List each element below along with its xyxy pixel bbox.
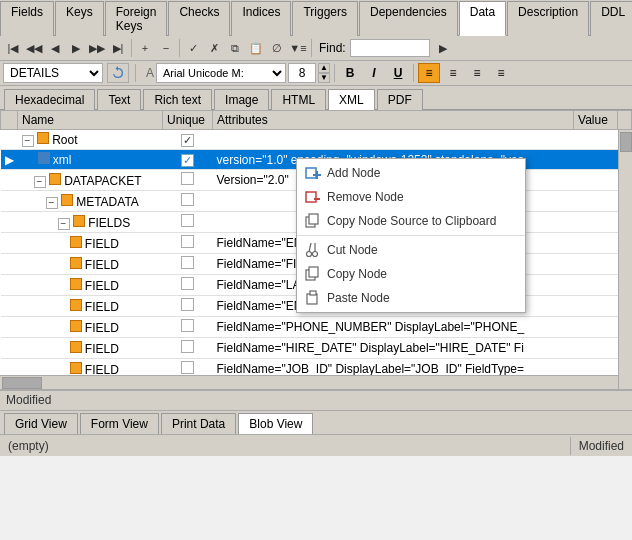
tab-image[interactable]: Image (214, 89, 269, 110)
nav-next-far-btn[interactable]: ▶▶ (87, 38, 107, 58)
underline-btn[interactable]: U (387, 63, 409, 83)
scroll-thumb[interactable] (620, 132, 632, 152)
unique-checkbox[interactable] (181, 172, 194, 185)
tab-indices[interactable]: Indices (231, 1, 291, 36)
expand-icon[interactable]: − (34, 176, 46, 188)
font-select[interactable]: Arial Unicode M: (156, 63, 286, 83)
row-arrow (1, 338, 18, 359)
tab-print-data[interactable]: Print Data (161, 413, 236, 434)
tab-xml[interactable]: XML (328, 89, 375, 110)
tab-grid-view[interactable]: Grid View (4, 413, 78, 434)
nav-first-btn[interactable]: |◀ (3, 38, 23, 58)
find-label: Find: (319, 41, 346, 55)
nav-prev-far-btn[interactable]: ◀◀ (24, 38, 44, 58)
tab-data[interactable]: Data (459, 1, 506, 36)
copy-btn[interactable]: ⧉ (225, 38, 245, 58)
node-name[interactable]: FIELD (18, 338, 163, 359)
refresh-btn[interactable] (107, 63, 129, 83)
align-justify-btn[interactable]: ≡ (490, 63, 512, 83)
italic-btn[interactable]: I (363, 63, 385, 83)
align-right-btn[interactable]: ≡ (466, 63, 488, 83)
table-row[interactable]: FIELD FieldName="HIRE_DATE" DisplayLabel… (1, 338, 632, 359)
nav-prev-btn[interactable]: ◀ (45, 38, 65, 58)
node-name[interactable]: FIELD (18, 317, 163, 338)
unique-checkbox[interactable] (181, 214, 194, 227)
tab-foreign-keys[interactable]: Foreign Keys (105, 1, 168, 36)
expand-icon[interactable]: − (58, 218, 70, 230)
node-name[interactable]: − FIELDS (18, 212, 163, 233)
xml-unique-checkbox[interactable]: ✓ (181, 154, 194, 167)
tab-rich-text[interactable]: Rich text (143, 89, 212, 110)
unique-cell-xml: ✓ (163, 150, 213, 170)
size-down-btn[interactable]: ▼ (318, 73, 330, 83)
nav-next-btn[interactable]: ▶ (66, 38, 86, 58)
hscroll-thumb[interactable] (2, 377, 42, 389)
unique-checkbox[interactable] (181, 340, 194, 353)
tab-triggers[interactable]: Triggers (292, 1, 358, 36)
tab-pdf[interactable]: PDF (377, 89, 423, 110)
tab-keys[interactable]: Keys (55, 1, 104, 36)
vertical-scrollbar[interactable] (618, 130, 632, 389)
tab-html[interactable]: HTML (271, 89, 326, 110)
unique-checkbox[interactable] (181, 235, 194, 248)
align-center-btn[interactable]: ≡ (442, 63, 464, 83)
expand-icon[interactable]: − (22, 135, 34, 147)
confirm-btn[interactable]: ✓ (183, 38, 203, 58)
node-name[interactable]: − Root (18, 130, 163, 150)
ctx-add-node[interactable]: Add Node (297, 161, 525, 185)
nav-last-btn[interactable]: ▶| (108, 38, 128, 58)
unique-checkbox[interactable] (181, 193, 194, 206)
node-name-xml[interactable]: xml (18, 150, 163, 170)
find-btn[interactable]: ▶ (434, 38, 452, 58)
col-value-header: Value (574, 111, 618, 130)
unique-checkbox[interactable] (181, 256, 194, 269)
details-toolbar: DETAILS A Arial Unicode M: ▲ ▼ B I U ≡ ≡… (0, 61, 632, 86)
table-row[interactable]: FIELD FieldName="PHONE_NUMBER" DisplayLa… (1, 317, 632, 338)
unique-checkbox[interactable] (181, 361, 194, 374)
node-name[interactable]: FIELD (18, 296, 163, 317)
size-up-btn[interactable]: ▲ (318, 63, 330, 73)
node-name[interactable]: FIELD (18, 275, 163, 296)
bold-btn[interactable]: B (339, 63, 361, 83)
unique-checkbox[interactable] (181, 298, 194, 311)
null-btn[interactable]: ∅ (267, 38, 287, 58)
tab-description[interactable]: Description (507, 1, 589, 36)
tab-blob-view[interactable]: Blob View (238, 413, 313, 434)
unique-checkbox[interactable]: ✓ (181, 134, 194, 147)
ctx-cut-node[interactable]: Cut Node (297, 238, 525, 262)
tab-text[interactable]: Text (97, 89, 141, 110)
filter-btn[interactable]: ▼≡ (288, 38, 308, 58)
cancel-btn[interactable]: ✗ (204, 38, 224, 58)
ctx-copy-node[interactable]: Copy Node (297, 262, 525, 286)
horizontal-scrollbar[interactable] (0, 375, 618, 389)
unique-checkbox[interactable] (181, 319, 194, 332)
node-icon (70, 257, 82, 269)
ctx-remove-node[interactable]: Remove Node (297, 185, 525, 209)
tab-ddl[interactable]: DDL (590, 1, 632, 36)
delete-record-btn[interactable]: − (156, 38, 176, 58)
details-select[interactable]: DETAILS (3, 63, 103, 83)
add-record-btn[interactable]: + (135, 38, 155, 58)
unique-checkbox[interactable] (181, 277, 194, 290)
tab-fields[interactable]: Fields (0, 1, 54, 36)
svg-rect-3 (306, 192, 316, 202)
unique-cell (163, 317, 213, 338)
expand-icon[interactable]: − (46, 197, 58, 209)
find-input[interactable] (350, 39, 430, 57)
ctx-copy-source[interactable]: Copy Node Source to Clipboard (297, 209, 525, 233)
table-row[interactable]: − Root ✓ (1, 130, 632, 150)
ctx-paste-node[interactable]: Paste Node (297, 286, 525, 310)
paste-btn[interactable]: 📋 (246, 38, 266, 58)
align-left-btn[interactable]: ≡ (418, 63, 440, 83)
node-name[interactable]: FIELD (18, 254, 163, 275)
font-size-spinner[interactable]: ▲ ▼ (318, 63, 330, 83)
tab-checks[interactable]: Checks (168, 1, 230, 36)
tab-hexadecimal[interactable]: Hexadecimal (4, 89, 95, 110)
node-name[interactable]: − METADATA (18, 191, 163, 212)
tab-form-view[interactable]: Form View (80, 413, 159, 434)
bottom-status-bar: (empty) Modified (0, 434, 632, 456)
node-name[interactable]: − DATAPACKET (18, 170, 163, 191)
font-size-input[interactable] (288, 63, 316, 83)
tab-dependencies[interactable]: Dependencies (359, 1, 458, 36)
node-name[interactable]: FIELD (18, 233, 163, 254)
